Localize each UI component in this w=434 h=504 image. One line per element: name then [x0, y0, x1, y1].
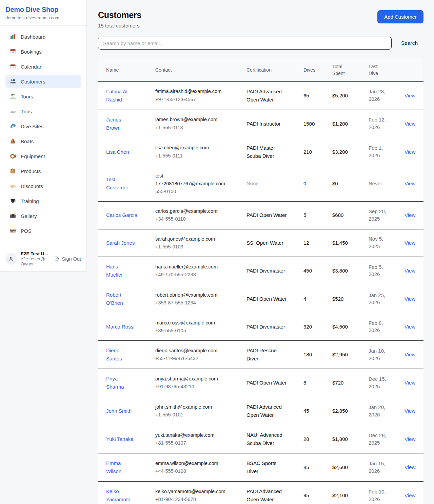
view-customer-link[interactable]: View [405, 121, 415, 127]
add-customer-button[interactable]: Add Customer [377, 10, 423, 23]
sidebar-item-discounts[interactable]: Discounts [5, 179, 81, 193]
customer-action-cell: View [400, 257, 423, 285]
customer-last-dive: Dec 28, 2025 [369, 432, 388, 447]
view-customer-link[interactable]: View [405, 268, 415, 274]
sidebar-item-dive-sites[interactable]: Dive Sites [5, 119, 81, 133]
sidebar-item-label: Customers [21, 79, 45, 85]
view-customer-link[interactable]: View [405, 380, 415, 386]
view-customer-link[interactable]: View [405, 436, 415, 442]
customer-dives-cell: 85 [303, 453, 332, 482]
table-row: Priya Sharmapriya.sharma@example.com+91-… [98, 369, 423, 397]
view-customer-link[interactable]: View [405, 93, 415, 98]
sidebar-item-training[interactable]: Training [5, 194, 81, 208]
customer-email: diego.santos@example.com [155, 347, 226, 355]
customer-count: 15 total customers [98, 23, 141, 29]
customer-phone: +353-87-555-1234 [155, 299, 244, 307]
customer-action-cell: View [400, 482, 423, 504]
customer-action-cell: View [400, 202, 423, 229]
customer-phone: +1-555-0103 [155, 243, 244, 251]
customer-name-link[interactable]: John Smith [106, 407, 132, 415]
customer-name-link[interactable]: Test Customer [106, 175, 128, 192]
customer-dives-cell: 5 [303, 202, 332, 229]
customer-last-dive-cell: Feb 12, 2026 [369, 110, 400, 138]
search-input[interactable] [98, 37, 392, 50]
customer-certification: SSI Open Water [246, 239, 283, 247]
view-customer-link[interactable]: View [405, 492, 415, 498]
column-header-certification: Certification [246, 58, 303, 81]
sidebar-item-bookings[interactable]: 17 Bookings [5, 45, 81, 58]
customer-last-dive-cell: Feb 1, 2026 [369, 138, 400, 166]
customer-certification: PADI Advanced Open Water [246, 487, 288, 504]
customer-name-link[interactable]: Lisa Chen [106, 148, 129, 156]
table-row: John Smithjohn.smith@example.com+1-555-0… [98, 397, 423, 425]
customer-certification-cell: PADI Open Water [246, 202, 303, 229]
table-row: Sarah Jonessarah.jones@example.com+1-555… [98, 229, 423, 257]
customer-name-link[interactable]: Fatima Al-Rashid [106, 88, 131, 104]
view-customer-link[interactable]: View [405, 324, 415, 330]
view-customer-link[interactable]: View [405, 408, 415, 414]
customer-name-link[interactable]: Keiko Yamamoto [106, 487, 130, 504]
customers-icon [9, 78, 16, 85]
customer-last-dive-cell: Jan 10, 2026 [369, 341, 400, 369]
table-row: Fatima Al-Rashidfatima.alrashid@example.… [98, 81, 423, 110]
customer-action-cell: View [400, 397, 423, 425]
sidebar-item-label: Calendar [21, 64, 41, 70]
view-customer-link[interactable]: View [405, 149, 415, 155]
customer-name-cell: Yuki Tanaka [98, 425, 155, 453]
table-header-row: Name Contact Certification Dives Total S… [98, 58, 423, 81]
sidebar-item-equipment[interactable]: Equipment [5, 149, 81, 163]
view-customer-link[interactable]: View [405, 296, 415, 302]
column-header-actions [400, 58, 423, 81]
customer-action-cell: View [400, 81, 423, 110]
customer-name-link[interactable]: Hans Mueller [106, 263, 123, 279]
customer-name-link[interactable]: Yuki Tanaka [106, 435, 134, 443]
customer-action-cell: View [400, 341, 423, 369]
sidebar-item-gallery[interactable]: Gallery [5, 209, 81, 223]
boats-icon [9, 138, 16, 145]
sidebar-user-section: E2E Test U... e2e-tester@... Owner Sign … [0, 247, 86, 271]
customer-certification-cell: SSI Open Water [246, 229, 303, 257]
view-customer-link[interactable]: View [405, 240, 415, 246]
view-customer-link[interactable]: View [405, 352, 415, 357]
customer-name-link[interactable]: Priya Sharma [106, 375, 124, 391]
customer-action-cell: View [400, 229, 423, 257]
customer-action-cell: View [400, 425, 423, 453]
equipment-icon [9, 153, 16, 160]
customer-name-link[interactable]: Robert O'Brien [106, 291, 123, 307]
customer-dives-cell: 1500 [303, 110, 332, 138]
customer-last-dive: Nov 5, 2025 [369, 235, 388, 250]
sidebar-item-products[interactable]: Products [5, 164, 81, 178]
sidebar-item-customers[interactable]: Customers [5, 75, 81, 88]
view-customer-link[interactable]: View [405, 212, 415, 218]
customer-name-link[interactable]: Diego Santos [106, 347, 122, 363]
customer-contact-cell: fatima.alrashid@example.com+971-55-123-4… [155, 81, 246, 110]
customer-phone: +44-555-0108 [155, 467, 244, 475]
table-row: Test Customertest-1772681807767@example.… [98, 166, 423, 202]
column-header-dives: Dives [303, 58, 332, 81]
customer-name-cell: Priya Sharma [98, 369, 155, 397]
sidebar-item-pos[interactable]: POS [5, 224, 81, 238]
customer-name-link[interactable]: Marco Rossi [106, 323, 134, 331]
sidebar-item-calendar[interactable]: Calendar [5, 60, 81, 73]
sidebar-item-dashboard[interactable]: Dashboard [5, 30, 81, 43]
customer-name-link[interactable]: Carlos Garcia [106, 211, 137, 219]
sidebar-item-trips[interactable]: Trips [5, 105, 81, 118]
sidebar-item-boats[interactable]: Boats [5, 134, 81, 148]
search-button[interactable]: Search [400, 38, 418, 48]
table-row: Robert O'Brienrobert.obrien@example.com+… [98, 285, 423, 313]
customer-name-link[interactable]: Sarah Jones [106, 239, 135, 247]
customer-email: emma.wilson@example.com [155, 460, 226, 467]
sidebar-item-tours[interactable]: Tours [5, 90, 81, 103]
sign-out-button[interactable]: Sign Out [54, 256, 81, 262]
customer-certification-cell: PADI Rescue Diver [246, 341, 303, 369]
customer-name-link[interactable]: James Brown [106, 116, 121, 132]
calendar-icon [9, 63, 16, 70]
column-header-total-spent: Total Spent [332, 58, 369, 81]
customer-last-dive-cell: Feb 5, 2026 [369, 257, 400, 285]
customer-contact-cell: sarah.jones@example.com+1-555-0103 [155, 229, 246, 257]
customer-certification: PADI Open Water [246, 379, 287, 387]
view-customer-link[interactable]: View [405, 181, 415, 186]
customer-total-spent-cell: $3,200 [332, 138, 369, 166]
customer-name-link[interactable]: Emma Wilson [106, 459, 121, 475]
view-customer-link[interactable]: View [405, 464, 415, 470]
